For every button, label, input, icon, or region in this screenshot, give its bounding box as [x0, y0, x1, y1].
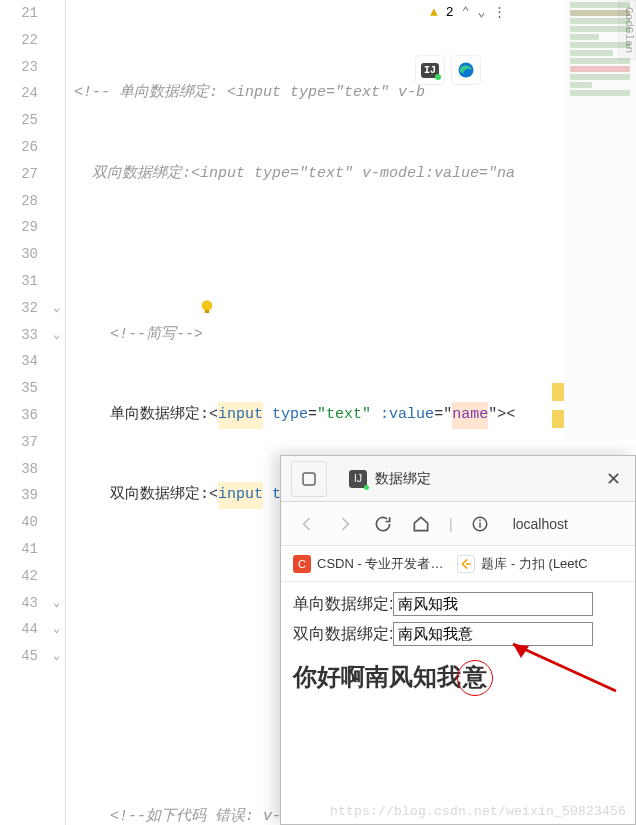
input-oneway[interactable]	[393, 592, 593, 616]
svg-point-0	[202, 300, 213, 311]
nav-down[interactable]: ⌄	[477, 4, 485, 20]
fold-column: ⌄⌄⌄⌄⌄	[48, 0, 66, 825]
line-number: 27	[0, 161, 38, 188]
line-number: 31	[0, 268, 38, 295]
bookmark-csdn[interactable]: CCSDN - 专业开发者…	[293, 555, 443, 573]
fold-marker[interactable]	[48, 188, 65, 215]
forward-button[interactable]	[335, 514, 355, 534]
browser-preview-chips: IJ	[416, 56, 480, 84]
tab-title: 数据绑定	[375, 470, 431, 488]
browser-titlebar: IJ 数据绑定 ✕	[281, 456, 635, 502]
svg-rect-1	[205, 310, 210, 313]
fold-marker[interactable]	[48, 375, 65, 402]
bound-heading: 你好啊南风知我意	[293, 660, 623, 696]
line-number: 45	[0, 643, 38, 670]
fold-marker[interactable]	[48, 27, 65, 54]
browser-window: IJ 数据绑定 ✕ | localhost CCSDN - 专业开发者… 题库 …	[280, 455, 636, 825]
input-twoway[interactable]	[393, 622, 593, 646]
line-number: 39	[0, 482, 38, 509]
fold-marker[interactable]	[48, 214, 65, 241]
fold-marker[interactable]	[48, 456, 65, 483]
label-twoway: 双向数据绑定:	[293, 624, 393, 645]
line-number: 25	[0, 107, 38, 134]
ide-preview-icon[interactable]: IJ	[416, 56, 444, 84]
code-comment: 双向数据绑定:<input type="text" v-model:value=…	[74, 161, 515, 188]
fold-marker[interactable]	[48, 482, 65, 509]
browser-tab[interactable]: IJ 数据绑定	[337, 470, 443, 488]
tabs-overview-button[interactable]	[291, 461, 327, 497]
fold-marker[interactable]	[48, 348, 65, 375]
home-button[interactable]	[411, 514, 431, 534]
line-number: 36	[0, 402, 38, 429]
line-number: 21	[0, 0, 38, 27]
line-number: 38	[0, 456, 38, 483]
line-number: 29	[0, 214, 38, 241]
line-number: 24	[0, 80, 38, 107]
line-number: 43	[0, 590, 38, 617]
bookmark-leetcode[interactable]: 题库 - 力扣 (LeetC	[457, 555, 587, 573]
fold-marker[interactable]	[48, 241, 65, 268]
page-content: 单向数据绑定: 双向数据绑定: 你好啊南风知我意	[281, 582, 635, 706]
tab-favicon: IJ	[349, 470, 367, 488]
fold-marker[interactable]: ⌄	[48, 616, 65, 643]
minimap[interactable]	[564, 0, 636, 440]
warning-icon: ▲	[430, 5, 438, 20]
svg-rect-3	[303, 473, 315, 485]
inspection-bar[interactable]: ▲ 2 ⌃ ⌄ ⋮	[430, 4, 506, 20]
lightbulb-icon[interactable]	[144, 271, 162, 289]
address-bar-text[interactable]: localhost	[513, 516, 568, 532]
line-number: 33	[0, 322, 38, 349]
fold-marker[interactable]	[48, 161, 65, 188]
fold-marker[interactable]	[48, 509, 65, 536]
nav-up[interactable]: ⌃	[462, 4, 470, 20]
site-info-icon[interactable]	[471, 515, 489, 533]
warning-count: 2	[446, 5, 454, 20]
line-number: 40	[0, 509, 38, 536]
svg-rect-6	[479, 519, 481, 521]
line-number: 34	[0, 348, 38, 375]
line-number: 44	[0, 616, 38, 643]
fold-marker[interactable]	[48, 536, 65, 563]
line-number: 30	[0, 241, 38, 268]
fold-marker[interactable]	[48, 134, 65, 161]
svg-rect-5	[479, 522, 481, 527]
line-number: 22	[0, 27, 38, 54]
label-oneway: 单向数据绑定:	[293, 594, 393, 615]
fold-marker[interactable]	[48, 107, 65, 134]
change-marker	[552, 383, 564, 401]
line-number: 37	[0, 429, 38, 456]
line-number: 26	[0, 134, 38, 161]
fold-marker[interactable]: ⌄	[48, 322, 65, 349]
watermark: https://blog.csdn.net/weixin_50823456	[330, 804, 626, 819]
code-comment: <!-- 单向数据绑定: <input type="text" v-b	[74, 80, 425, 107]
bookmarks-bar: CCSDN - 专业开发者… 题库 - 力扣 (LeetC	[281, 546, 635, 582]
gutter: 2122232425262728293031323334353637383940…	[0, 0, 48, 825]
browser-toolbar: | localhost	[281, 502, 635, 546]
reload-button[interactable]	[373, 514, 393, 534]
leetcode-icon	[457, 555, 475, 573]
fold-marker[interactable]	[48, 268, 65, 295]
fold-marker[interactable]	[48, 54, 65, 81]
tab-close-button[interactable]: ✕	[606, 468, 621, 490]
fold-marker[interactable]	[48, 0, 65, 27]
fold-marker[interactable]	[48, 563, 65, 590]
fold-marker[interactable]: ⌄	[48, 590, 65, 617]
fold-marker[interactable]	[48, 429, 65, 456]
line-number: 32	[0, 295, 38, 322]
fold-marker[interactable]	[48, 402, 65, 429]
fold-marker[interactable]	[48, 80, 65, 107]
line-number: 41	[0, 536, 38, 563]
line-number: 23	[0, 54, 38, 81]
change-marker	[552, 410, 564, 428]
fold-marker[interactable]: ⌄	[48, 295, 65, 322]
more-menu[interactable]: ⋮	[493, 4, 506, 20]
edge-preview-icon[interactable]	[452, 56, 480, 84]
csdn-icon: C	[293, 555, 311, 573]
fold-marker[interactable]: ⌄	[48, 643, 65, 670]
back-button[interactable]	[297, 514, 317, 534]
line-number: 42	[0, 563, 38, 590]
line-number: 28	[0, 188, 38, 215]
line-number: 35	[0, 375, 38, 402]
